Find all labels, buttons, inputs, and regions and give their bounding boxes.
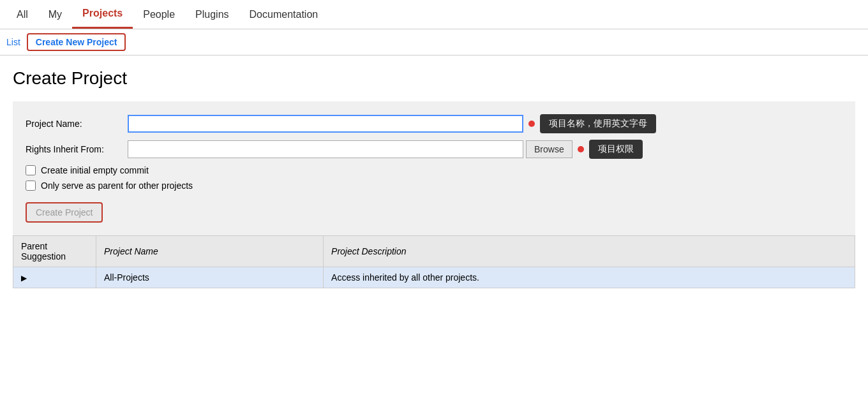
nav-people[interactable]: People [133,1,185,28]
form-area: Project Name: 项目名称，使用英文字母 Rights Inherit… [13,101,855,235]
checkbox-parent-label: Only serve as parent for other projects [41,181,193,191]
subnav-list[interactable]: List [6,37,20,47]
rights-inherit-input[interactable] [128,140,523,158]
checkbox-parent[interactable] [26,181,36,191]
checkbox-empty-commit[interactable] [26,165,36,175]
project-table: Parent Suggestion Project Name Project D… [13,235,855,288]
rights-inherit-row: Rights Inherit From: Browse 项目权限 [26,140,842,159]
nav-all[interactable]: All [6,1,38,28]
cell-project-description: Access inherited by all other projects. [324,267,855,288]
table-row: ▶ All-Projects Access inherited by all o… [13,267,855,288]
project-name-indicator [528,121,535,127]
col-header-parent-suggestion: Parent Suggestion [13,236,96,267]
create-project-button[interactable]: Create Project [26,202,103,223]
project-name-row: Project Name: 项目名称，使用英文字母 [26,114,842,133]
checkbox-parent-row: Only serve as parent for other projects [26,181,842,191]
sub-nav: List Create New Project [0,29,868,55]
col-header-project-name: Project Name [96,236,324,267]
checkbox-empty-commit-row: Create initial empty commit [26,165,842,175]
table-header-row: Parent Suggestion Project Name Project D… [13,236,855,267]
rights-inherit-tooltip: 项目权限 [589,140,643,159]
rights-inherit-label: Rights Inherit From: [26,144,128,154]
project-name-label: Project Name: [26,119,128,129]
expand-arrow-icon: ▶ [21,274,27,283]
project-name-input[interactable] [128,115,523,133]
checkbox-empty-commit-label: Create initial empty commit [41,165,149,175]
col-header-project-description: Project Description [324,236,855,267]
nav-projects[interactable]: Projects [72,0,133,29]
page-title: Create Project [13,68,855,89]
nav-documentation[interactable]: Documentation [239,1,329,28]
nav-my[interactable]: My [38,1,72,28]
cell-arrow[interactable]: ▶ [13,267,96,288]
rights-inherit-indicator [578,146,584,152]
nav-plugins[interactable]: Plugins [185,1,239,28]
subnav-create-new-project[interactable]: Create New Project [27,33,126,51]
browse-button[interactable]: Browse [526,140,572,158]
cell-project-name: All-Projects [96,267,324,288]
top-nav: All My Projects People Plugins Documenta… [0,0,868,29]
main-content: Create Project Project Name: 项目名称，使用英文字母… [0,55,868,288]
project-name-tooltip: 项目名称，使用英文字母 [540,114,656,133]
